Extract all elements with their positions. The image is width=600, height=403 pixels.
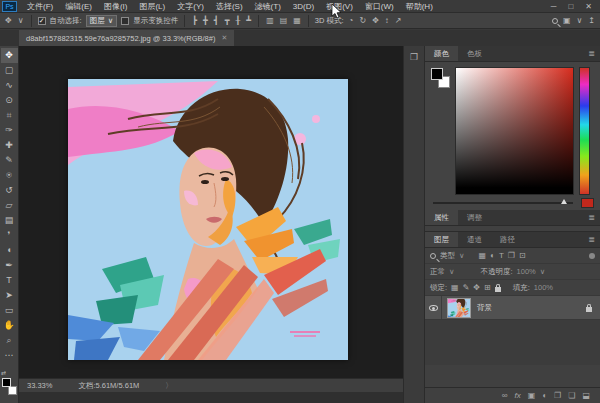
gradient-tool[interactable]: ▤ [1, 213, 18, 228]
filter-smart-objects-icon[interactable]: ⊡ [519, 251, 526, 260]
marquee-tool[interactable]: ▢ [1, 63, 18, 78]
close-icon[interactable]: ✕ [585, 2, 592, 11]
panel-menu-icon[interactable]: ≣ [583, 210, 600, 225]
layer-thumbnail[interactable] [447, 298, 471, 318]
tool-preset-chevron-icon[interactable]: ∨ [17, 16, 25, 25]
auto-select-checkbox[interactable]: ✓ [38, 17, 46, 25]
menu-3d[interactable]: 3D(D) [287, 0, 320, 13]
menu-select[interactable]: 选择(S) [210, 0, 249, 13]
delete-layer-icon[interactable]: ⬓ [582, 391, 590, 400]
tab-paths[interactable]: 路径 [491, 232, 524, 247]
canvas-area[interactable] [19, 46, 403, 378]
zoom-level[interactable]: 33.33% [27, 381, 52, 390]
status-chevron-icon[interactable]: 〉 [165, 381, 173, 391]
filter-pixel-layers-icon[interactable]: ▦ [479, 251, 487, 260]
lock-transparent-icon[interactable]: ▦ [451, 283, 459, 292]
background-color-swatch[interactable] [8, 386, 17, 395]
filter-kind-dropdown[interactable]: 类型 [440, 251, 455, 261]
menu-filter[interactable]: 滤镜(T) [249, 0, 287, 13]
shape-tool[interactable]: ▭ [1, 303, 18, 318]
fill-value[interactable]: 100% [534, 283, 553, 292]
eyedropper-tool[interactable]: ✑ [1, 123, 18, 138]
3d-slide-icon[interactable]: ↕ [384, 16, 390, 25]
opacity-value[interactable]: 100% [517, 267, 536, 276]
blend-mode-dropdown[interactable]: 正常 [430, 267, 445, 277]
foreground-color-swatch[interactable] [431, 68, 443, 80]
type-tool[interactable]: T [1, 273, 18, 288]
panel-menu-icon[interactable]: ≣ [583, 46, 600, 61]
tab-adjustments[interactable]: 调整 [458, 210, 491, 225]
link-layers-icon[interactable]: ∞ [502, 391, 508, 400]
tab-channels[interactable]: 通道 [458, 232, 491, 247]
menu-window[interactable]: 窗口(W) [359, 0, 400, 13]
swap-colors-icon[interactable]: ⇄ [1, 369, 6, 376]
pen-tool[interactable]: ✒ [1, 258, 18, 273]
menu-type[interactable]: 文字(Y) [171, 0, 210, 13]
align-bottom-icon[interactable]: ┻ [245, 16, 252, 25]
filter-toggle[interactable] [589, 253, 595, 259]
tab-color[interactable]: 颜色 [425, 46, 458, 61]
lock-position-icon[interactable]: ✥ [473, 283, 480, 292]
tab-properties[interactable]: 属性 [425, 210, 458, 225]
lock-artboard-icon[interactable]: ⊞ [484, 283, 491, 292]
filter-adjustment-layers-icon[interactable]: ◐ [490, 251, 495, 260]
auto-select-target-dropdown[interactable]: 图层 ∨ [86, 15, 118, 27]
foreground-color-swatch[interactable] [2, 378, 11, 387]
tab-layers[interactable]: 图层 [425, 232, 458, 247]
show-transform-checkbox[interactable] [121, 17, 129, 25]
filter-search-icon[interactable] [430, 253, 436, 259]
share-icon[interactable]: ↥ [587, 16, 596, 25]
menu-edit[interactable]: 编辑(E) [59, 0, 98, 13]
document-image[interactable] [68, 79, 348, 360]
align-left-icon[interactable]: ┣ [191, 16, 198, 25]
3d-scale-icon[interactable]: ↗ [394, 16, 403, 25]
clone-stamp-tool[interactable]: ⍟ [1, 168, 18, 183]
healing-brush-tool[interactable]: ✚ [1, 138, 18, 153]
slider-handle[interactable] [561, 199, 567, 204]
edit-toolbar-icon[interactable]: ⋯ [1, 348, 18, 363]
menu-layer[interactable]: 图层(L) [133, 0, 171, 13]
zoom-tool[interactable]: ⌕ [1, 333, 18, 348]
workspace-icon[interactable]: ▣ [562, 16, 572, 25]
lasso-tool[interactable]: ∿ [1, 78, 18, 93]
menu-help[interactable]: 帮助(H) [400, 0, 439, 13]
lock-paint-icon[interactable]: ✎ [463, 283, 470, 292]
chevron-down-icon[interactable]: ∨ [540, 267, 546, 276]
tab-close-icon[interactable]: ✕ [221, 34, 227, 42]
filter-type-layers-icon[interactable]: T [499, 251, 504, 260]
distribute-even-icon[interactable]: ▦ [292, 16, 302, 25]
3d-pan-icon[interactable]: ✥ [371, 16, 380, 25]
distribute-v-icon[interactable]: ▤ [279, 16, 289, 25]
minimize-icon[interactable]: ─ [551, 2, 557, 11]
3d-roll-icon[interactable]: ↻ [358, 16, 367, 25]
filter-shape-layers-icon[interactable]: ❐ [508, 251, 515, 260]
maximize-icon[interactable]: □ [568, 2, 573, 11]
layer-row-background[interactable]: 背景 [425, 296, 600, 320]
tab-swatches[interactable]: 色板 [458, 46, 491, 61]
color-value-slider[interactable] [433, 202, 573, 204]
align-center-h-icon[interactable]: ╋ [202, 16, 209, 25]
align-middle-v-icon[interactable]: ╂ [234, 16, 241, 25]
adjustment-layer-icon[interactable]: ◐ [542, 391, 547, 400]
layer-name[interactable]: 背景 [477, 303, 492, 313]
current-color-swatch[interactable] [581, 198, 594, 208]
active-tool-icon[interactable]: ✥ [4, 16, 13, 25]
panel-menu-icon[interactable]: ≣ [583, 232, 600, 247]
lock-all-icon[interactable] [495, 287, 501, 292]
search-icon[interactable] [552, 18, 558, 24]
layers-list-empty-area[interactable] [425, 320, 600, 365]
distribute-h-icon[interactable]: ▥ [265, 16, 275, 25]
history-panel-icon[interactable]: ❐ [404, 52, 424, 62]
hue-slider[interactable] [579, 67, 590, 195]
quick-selection-tool[interactable]: ⊙ [1, 93, 18, 108]
color-picker-field[interactable] [455, 67, 574, 195]
layer-mask-icon[interactable]: ▣ [528, 391, 536, 400]
menu-file[interactable]: 文件(F) [21, 0, 59, 13]
3d-orbit-icon[interactable]: ◔ [348, 16, 355, 25]
align-right-icon[interactable]: ┫ [213, 16, 220, 25]
hand-tool[interactable]: ✋ [1, 318, 18, 333]
move-tool[interactable]: ✥ [1, 48, 18, 63]
menu-image[interactable]: 图像(I) [98, 0, 134, 13]
brush-tool[interactable]: ✎ [1, 153, 18, 168]
blur-tool[interactable]: ❜ [1, 228, 18, 243]
